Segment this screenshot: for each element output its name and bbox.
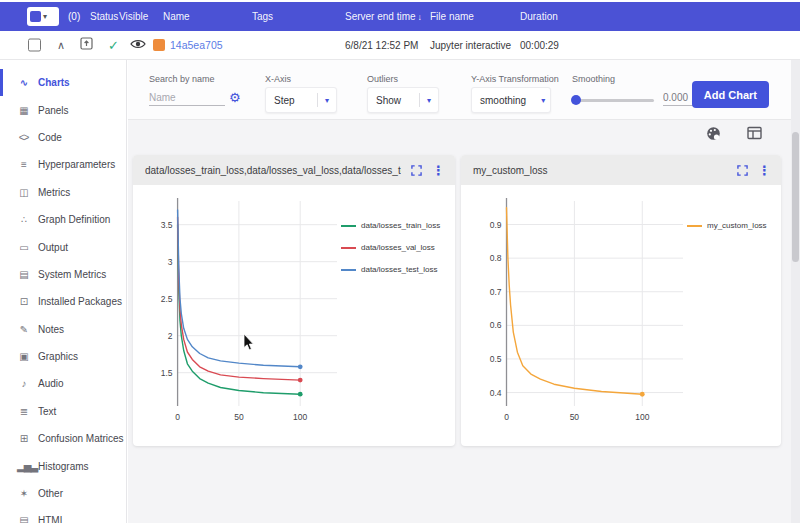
sidebar-item-label: Hyperparameters [38,159,115,170]
sidebar-item-output[interactable]: ▭Output [0,233,126,260]
line-chart-icon: ∿ [17,77,30,88]
sidebar-item-panels[interactable]: ▦Panels [0,96,126,123]
sidebar-item-label: Audio [38,378,64,389]
sidebar-item-metrics[interactable]: ◫Metrics [0,179,126,206]
select-all-dropdown[interactable]: ▾ [27,7,59,26]
sidebar-item-hyperparameters[interactable]: ≡Hyperparameters [0,151,126,178]
sidebar-item-other[interactable]: ✶Other [0,480,126,507]
gear-icon[interactable]: ⚙ [229,90,241,105]
y-axis-transformation-label: Y-Axis Transformation [471,74,559,84]
legend-item[interactable]: data/losses_train_loss [341,221,449,230]
kebab-menu-icon[interactable]: ⋮ [432,164,445,177]
experiment-tracking-app: ▾ (0) Status Visible Name Tags Server en… [0,0,800,523]
column-header-server-end-time[interactable]: Server end time↓ [345,2,422,32]
select-all-checkbox[interactable] [30,11,41,22]
vertical-scrollbar[interactable] [791,60,800,523]
smoothing-slider[interactable] [572,99,654,102]
chevron-down-icon: ▾ [420,96,438,105]
outliers-value: Show [368,95,419,106]
column-header-visible[interactable]: Visible [119,2,148,31]
expand-icon[interactable] [411,165,422,176]
sidebar-item-code[interactable]: <>Code [0,124,126,151]
column-header-tags[interactable]: Tags [252,2,273,31]
sidebar-item-label: Code [38,132,62,143]
layout-icon[interactable] [747,126,762,140]
server-end-time-value: 6/8/21 12:52 PM [345,40,418,51]
collapse-chevron-icon[interactable]: ∧ [57,39,65,52]
search-input[interactable] [149,90,225,106]
chart-body: 1.522.533.5050100 data/losses_train_loss… [133,185,455,436]
sidebar-item-charts[interactable]: ∿Charts [0,69,126,96]
x-axis-label: X-Axis [265,74,291,84]
svg-text:0.7: 0.7 [490,287,502,297]
sidebar-item-label: Text [38,406,56,417]
sidebar-item-label: Graphics [38,351,78,362]
svg-text:50: 50 [234,412,244,422]
legend-label: my_custom_loss [707,221,767,230]
legend-label: data/losses_val_loss [361,243,435,252]
sidebar-item-graphics[interactable]: ▣Graphics [0,343,126,370]
svg-text:0: 0 [504,412,509,422]
chart-card-header: my_custom_loss ⋮ [461,155,781,185]
legend-label: data/losses_test_loss [361,265,438,274]
selected-count: (0) [68,2,80,31]
graphics-image-icon: ▣ [17,351,30,362]
sidebar-item-label: Metrics [38,187,70,198]
legend-item[interactable]: data/losses_val_loss [341,243,449,252]
experiment-color-swatch [153,39,165,51]
chart-card-my-custom-loss: my_custom_loss ⋮ 0.40.50.60.70.80.905010… [461,155,781,446]
sidebar-item-confusion-matrices[interactable]: ⊞Confusion Matrices [0,425,126,452]
graph-definition-icon: ∴ [17,214,30,225]
visible-eye-icon[interactable] [130,36,146,54]
smoothing-label: Smoothing [572,74,615,84]
scrollbar-thumb[interactable] [792,132,799,262]
sidebar-item-label: Confusion Matrices [38,433,124,444]
sidebar-item-html[interactable]: ▤HTML [0,507,126,523]
metrics-table-icon: ◫ [17,187,30,198]
panels-grid-icon: ▦ [17,105,30,116]
sidebar-item-label: Histograms [38,461,89,472]
sidebar-item-label: Panels [38,105,69,116]
table-header-bar: ▾ (0) Status Visible Name Tags Server en… [0,2,800,31]
sidebar-item-graph-definition[interactable]: ∴Graph Definition [0,206,126,233]
histogram-bars-icon: ▂▅▃ [17,461,30,472]
x-axis-select[interactable]: Step ▾ [265,87,337,113]
experiment-name-link[interactable]: 14a5ea705 [170,39,223,51]
expand-icon[interactable] [737,165,748,176]
my-custom-loss-line-chart[interactable]: 0.40.50.60.70.80.9050100 [465,193,687,432]
legend-item[interactable]: data/losses_test_loss [341,265,449,274]
chart-card-header: data/losses_train_loss,data/losses_val_l… [133,155,455,185]
sidebar-item-system-metrics[interactable]: ▤System Metrics [0,261,126,288]
palette-icon[interactable] [706,126,721,141]
legend-label: data/losses_train_loss [361,221,440,230]
column-header-name[interactable]: Name [163,2,190,31]
smoothing-value-input[interactable] [663,90,695,106]
sidebar-item-label: Notes [38,324,64,335]
slider-thumb[interactable] [571,95,581,105]
sidebar-item-installed-packages[interactable]: ⊡Installed Packages [0,288,126,315]
duration-value: 00:00:29 [520,40,559,51]
chart-legend: data/losses_train_lossdata/losses_val_lo… [341,221,453,432]
outliers-select[interactable]: Show ▾ [367,87,439,113]
chevron-down-icon: ▾ [534,96,552,105]
column-header-duration[interactable]: Duration [520,2,558,31]
sidebar-item-notes[interactable]: ✎Notes [0,316,126,343]
main-panel: Search by name ⚙ X-Axis Step ▾ Outliers … [128,60,800,523]
chart-title: data/losses_train_loss,data/losses_val_l… [145,165,401,176]
sidebar-item-audio[interactable]: ♪Audio [0,370,126,397]
sidebar-item-text[interactable]: ≣Text [0,398,126,425]
pin-to-top-icon[interactable] [80,36,93,54]
y-axis-transformation-select[interactable]: smoothing ▾ [471,87,551,113]
add-chart-button[interactable]: Add Chart [692,81,769,108]
legend-item[interactable]: my_custom_loss [687,221,775,230]
row-checkbox[interactable] [28,39,41,52]
sort-down-icon: ↓ [418,12,423,22]
chevron-down-icon: ▾ [318,96,336,105]
column-header-file-name[interactable]: File name [430,2,474,31]
column-header-status[interactable]: Status [90,2,118,31]
losses-line-chart[interactable]: 1.522.533.5050100 [137,193,341,432]
sidebar-item-histograms[interactable]: ▂▅▃Histograms [0,452,126,479]
outliers-label: Outliers [367,74,398,84]
kebab-menu-icon[interactable]: ⋮ [758,164,771,177]
sidebar-nav: ∿Charts▦Panels<>Code≡Hyperparameters◫Met… [0,60,127,523]
